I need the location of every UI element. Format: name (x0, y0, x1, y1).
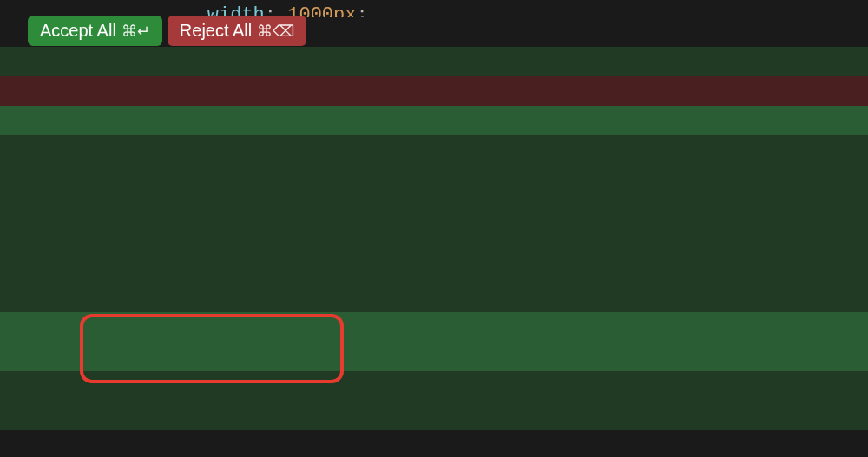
code-editor: Accept All ⌘↵ Reject All ⌘⌫ width: 1000p… (0, 0, 868, 457)
code-line: </style> (0, 430, 868, 457)
code-line: font-size: 16px; (0, 253, 868, 283)
code-line: width: 1000px; (0, 0, 868, 17)
reject-all-button[interactable]: Reject All ⌘⌫ (168, 16, 306, 46)
diff-action-bar: Accept All ⌘↵ Reject All ⌘⌫ (28, 16, 306, 46)
reject-all-label: Reject All (180, 21, 252, 41)
accept-all-shortcut: ⌘↵ (122, 22, 150, 41)
reject-all-shortcut: ⌘⌫ (257, 22, 294, 41)
accept-all-button[interactable]: Accept All ⌘↵ (28, 16, 162, 46)
code-line: color: #333; (0, 194, 868, 224)
code-line: border: 1px solid #ccc; (0, 165, 868, 194)
code-line (0, 401, 868, 430)
diff-added-line: margin-top: 5px; (0, 312, 868, 342)
code-line: background-color: #f2f2f2; (0, 135, 868, 165)
diff-added-line: margin-bottom: 5px; (0, 342, 868, 371)
diff-removed-line: .light-button { (0, 76, 868, 106)
code-line: border-radius: 5px; (0, 283, 868, 312)
accept-all-label: Accept All (40, 21, 116, 41)
diff-added-line: .light-button { (0, 106, 868, 135)
code-line: padding: 10px 20px; (0, 224, 868, 253)
code-line: } (0, 47, 868, 76)
code-line: } (0, 371, 868, 401)
